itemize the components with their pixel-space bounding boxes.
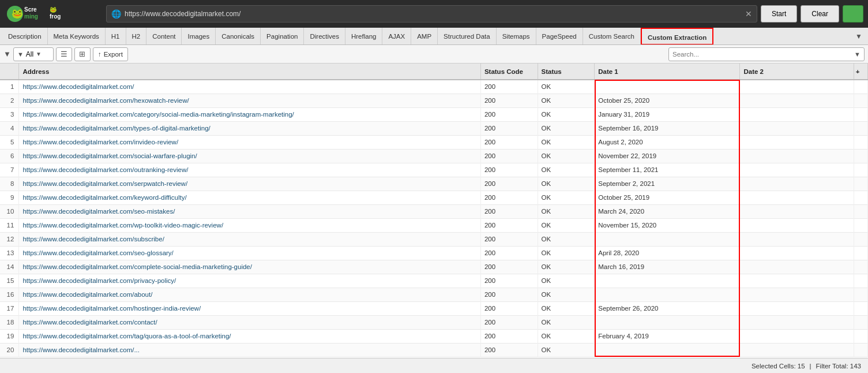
tab-content[interactable]: Content [146,28,182,45]
url-clear-icon[interactable]: ✕ [745,9,752,18]
cell-num: 16 [0,288,19,301]
tab-sitemaps[interactable]: Sitemaps [497,28,536,45]
green-action-button[interactable] [843,5,863,23]
filter-chevron: ▼ [36,51,42,57]
table-row[interactable]: 12https://www.decodedigitalmarket.com/su… [0,232,868,246]
cell-status-code: 200 [480,204,538,218]
cell-date2 [740,163,854,177]
table-row[interactable]: 2https://www.decodedigitalmarket.com/hex… [0,94,868,107]
cell-num: 13 [0,246,19,260]
tab-directives[interactable]: Directives [304,28,345,45]
table-container[interactable]: Address Status Code Status Date 1 Date 2… [0,64,868,358]
cell-status: OK [538,301,595,315]
cell-num: 3 [0,107,19,121]
tab-description[interactable]: Description [2,28,48,45]
cell-plus [854,107,867,121]
table-row[interactable]: 3https://www.decodedigitalmarket.com/cat… [0,107,868,121]
url-bar[interactable]: 🌐 ✕ [106,5,757,23]
table-row[interactable]: 17https://www.decodedigitalmarket.com/ho… [0,301,868,315]
tab-custom-extraction[interactable]: Custom Extraction [641,28,713,45]
cell-status-code: 200 [480,232,538,246]
tab-pagination[interactable]: Pagination [261,28,304,45]
cell-date1: September 26, 2020 [595,301,740,315]
table-row[interactable]: 18https://www.decodedigitalmarket.com/co… [0,315,868,329]
export-button[interactable]: ↑ Export [93,47,128,61]
svg-text:ming: ming [24,13,38,20]
tab-h1[interactable]: H1 [106,28,126,45]
col-status-code[interactable]: Status Code [480,64,538,80]
tab-structured-data[interactable]: Structured Data [438,28,497,45]
cell-status-code: 200 [480,288,538,301]
tab-amp[interactable]: AMP [411,28,438,45]
search-input[interactable] [672,51,852,58]
cell-address[interactable]: https://www.decodedigitalmarket.com/seo-… [19,246,480,260]
table-row[interactable]: 9https://www.decodedigitalmarket.com/key… [0,191,868,204]
cell-address[interactable]: https://www.decodedigitalmarket.com/ [19,80,480,94]
cell-date1: October 25, 2019 [595,191,740,204]
url-input[interactable] [125,10,742,18]
cell-address[interactable]: https://www.decodedigitalmarket.com/outr… [19,163,480,177]
tab-ajax[interactable]: AJAX [382,28,411,45]
cell-address[interactable]: https://www.decodedigitalmarket.com/subs… [19,232,480,246]
table-row[interactable]: 14https://www.decodedigitalmarket.com/co… [0,260,868,274]
col-date2[interactable]: Date 2 [740,64,854,80]
table-row[interactable]: 16https://www.decodedigitalmarket.com/ab… [0,288,868,301]
table-row[interactable]: 15https://www.decodedigitalmarket.com/pr… [0,274,868,288]
col-date1[interactable]: Date 1 [595,64,740,80]
tab-images[interactable]: Images [182,28,216,45]
cell-address[interactable]: https://www.decodedigitalmarket.com/tag/… [19,329,480,343]
tree-view-button[interactable]: ⊞ [74,47,91,61]
tab-overflow-arrow[interactable]: ▼ [852,32,866,40]
tab-pagespeed[interactable]: PageSpeed [536,28,583,45]
cell-address[interactable]: https://www.decodedigitalmarket.com/serp… [19,177,480,191]
cell-address[interactable]: https://www.decodedigitalmarket.com/cont… [19,315,480,329]
search-dropdown-arrow[interactable]: ▼ [854,51,861,58]
list-view-button[interactable]: ☰ [56,47,72,61]
table-row[interactable]: 1https://www.decodedigitalmarket.com/200… [0,80,868,94]
cell-status: OK [538,177,595,191]
cell-address[interactable]: https://www.decodedigitalmarket.com/cate… [19,107,480,121]
col-add[interactable]: + [854,64,867,80]
tab-custom-search[interactable]: Custom Search [583,28,641,45]
cell-address[interactable]: https://www.decodedigitalmarket.com/priv… [19,274,480,288]
table-row[interactable]: 20https://www.decodedigitalmarket.com/..… [0,343,868,357]
tab-meta-keywords[interactable]: Meta Keywords [48,28,106,45]
cell-address[interactable]: https://www.decodedigitalmarket.com/hexo… [19,94,480,107]
cell-status: OK [538,288,595,301]
table-row[interactable]: 19https://www.decodedigitalmarket.com/ta… [0,329,868,343]
cell-address[interactable]: https://www.decodedigitalmarket.com/keyw… [19,191,480,204]
cell-date2 [740,149,854,163]
cell-date1: August 2, 2020 [595,135,740,149]
table-row[interactable]: 10https://www.decodedigitalmarket.com/se… [0,204,868,218]
cell-address[interactable]: https://www.decodedigitalmarket.com/... [19,343,480,357]
tab-canonicals[interactable]: Canonicals [216,28,261,45]
logo: 🐸 Scre ming frog 🐸 [5,3,103,24]
table-row[interactable]: 8https://www.decodedigitalmarket.com/ser… [0,177,868,191]
cell-plus [854,218,867,232]
cell-status: OK [538,94,595,107]
cell-address[interactable]: https://www.decodedigitalmarket.com/comp… [19,260,480,274]
table-row[interactable]: 7https://www.decodedigitalmarket.com/out… [0,163,868,177]
cell-address[interactable]: https://www.decodedigitalmarket.com/soci… [19,149,480,163]
filter-dropdown[interactable]: ▼ All ▼ [13,47,54,61]
cell-address[interactable]: https://www.decodedigitalmarket.com/invi… [19,135,480,149]
cell-date2 [740,107,854,121]
tab-hreflang[interactable]: Hreflang [345,28,382,45]
cell-date2 [740,260,854,274]
table-row[interactable]: 5https://www.decodedigitalmarket.com/inv… [0,135,868,149]
cell-num: 14 [0,260,19,274]
table-row[interactable]: 13https://www.decodedigitalmarket.com/se… [0,246,868,260]
col-status[interactable]: Status [538,64,595,80]
start-button[interactable]: Start [761,5,797,23]
cell-address[interactable]: https://www.decodedigitalmarket.com/type… [19,121,480,135]
table-row[interactable]: 4https://www.decodedigitalmarket.com/typ… [0,121,868,135]
cell-address[interactable]: https://www.decodedigitalmarket.com/host… [19,301,480,315]
clear-button[interactable]: Clear [801,5,839,23]
cell-address[interactable]: https://www.decodedigitalmarket.com/wp-t… [19,218,480,232]
table-row[interactable]: 6https://www.decodedigitalmarket.com/soc… [0,149,868,163]
table-row[interactable]: 11https://www.decodedigitalmarket.com/wp… [0,218,868,232]
cell-address[interactable]: https://www.decodedigitalmarket.com/seo-… [19,204,480,218]
cell-address[interactable]: https://www.decodedigitalmarket.com/abou… [19,288,480,301]
tab-h2[interactable]: H2 [126,28,147,45]
col-address[interactable]: Address [19,64,480,80]
